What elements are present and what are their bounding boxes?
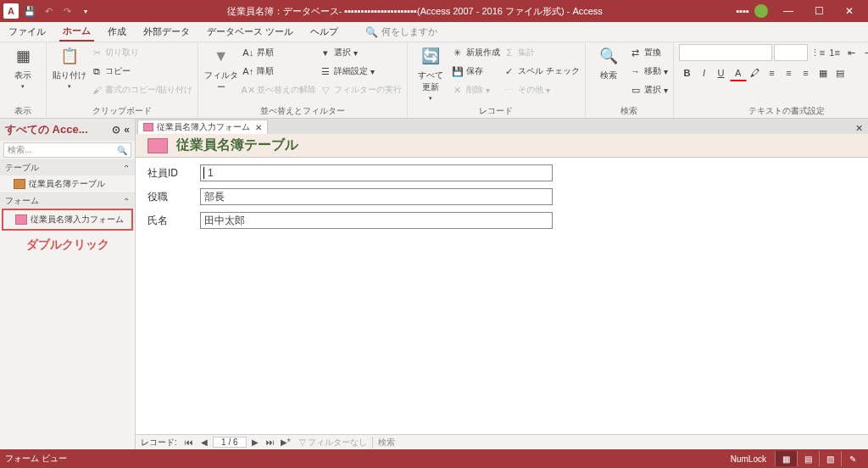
- bullets-button[interactable]: ⋮≡: [810, 44, 826, 61]
- filter-button[interactable]: ▼フィルター: [203, 44, 239, 93]
- selection-filter-button[interactable]: ▾選択 ▾: [320, 44, 402, 61]
- filter-indicator[interactable]: ▽フィルターなし: [299, 437, 367, 448]
- layout-view-button[interactable]: ▧: [819, 451, 841, 466]
- nav-search[interactable]: 検索... 🔍: [3, 142, 131, 158]
- label-employee-id: 社員ID: [147, 166, 200, 181]
- gridlines-button[interactable]: ▦: [815, 64, 832, 81]
- new-record-button[interactable]: ✳新規作成: [452, 44, 500, 61]
- clipboard-icon: 📋: [58, 44, 81, 68]
- totals-button[interactable]: Σ集計: [504, 44, 580, 61]
- new-record-nav-button[interactable]: ▶*: [279, 437, 292, 447]
- font-name-combo[interactable]: [679, 44, 772, 61]
- tell-me-search[interactable]: 🔍 何をしますか: [365, 25, 437, 38]
- italic-button[interactable]: I: [696, 64, 713, 81]
- align-right-button[interactable]: ≡: [798, 64, 815, 81]
- field-name: 氏名 田中太郎: [147, 212, 856, 229]
- record-position[interactable]: 1 / 6: [213, 437, 247, 448]
- search-icon: 🔍: [365, 26, 378, 38]
- tab-file[interactable]: ファイル: [5, 23, 49, 41]
- tab-help[interactable]: ヘルプ: [307, 23, 342, 41]
- save-record-button[interactable]: 💾保存: [452, 63, 500, 80]
- indent-decrease-button[interactable]: ⇤: [843, 44, 860, 61]
- first-record-button[interactable]: ⏮: [182, 437, 196, 447]
- last-record-button[interactable]: ⏭: [264, 437, 277, 447]
- format-painter-button[interactable]: 🖌書式のコピー/貼り付け: [91, 81, 192, 98]
- minimize-button[interactable]: —: [773, 1, 804, 21]
- input-employee-id[interactable]: 1: [200, 164, 553, 181]
- copy-icon: ⧉: [91, 65, 103, 77]
- cut-button[interactable]: ✂切り取り: [91, 44, 192, 61]
- numbering-button[interactable]: 1≡: [826, 44, 843, 61]
- bold-button[interactable]: B: [679, 64, 696, 81]
- fill-color-button[interactable]: 🖍: [747, 64, 764, 81]
- view-button[interactable]: ▦表示▾: [5, 44, 41, 90]
- font-size-combo[interactable]: [774, 44, 808, 61]
- refresh-icon: 🔄: [419, 44, 442, 68]
- field-employee-id: 社員ID 1: [147, 164, 856, 181]
- nav-group-forms[interactable]: フォーム⌃: [0, 192, 135, 209]
- save-icon: 💾: [452, 65, 464, 77]
- indent-increase-button[interactable]: ⇥: [860, 44, 868, 61]
- label-position: 役職: [147, 190, 200, 204]
- maximize-button[interactable]: ☐: [804, 1, 834, 21]
- tab-home[interactable]: ホーム: [59, 22, 94, 42]
- sort-asc-button[interactable]: A↓昇順: [242, 44, 316, 61]
- undo-icon[interactable]: ↶: [41, 3, 56, 19]
- next-record-button[interactable]: ▶: [248, 437, 262, 447]
- find-button[interactable]: 🔍検索: [591, 44, 626, 81]
- copy-button[interactable]: ⧉コピー: [91, 63, 192, 80]
- document-tab[interactable]: 従業員名簿入力フォーム ✕: [137, 120, 268, 134]
- refresh-all-button[interactable]: 🔄すべて 更新▾: [413, 44, 448, 102]
- alt-row-color-button[interactable]: ▤: [832, 64, 849, 81]
- nav-collapse-icon[interactable]: «: [124, 124, 130, 136]
- design-view-button[interactable]: ✎: [841, 451, 863, 466]
- nav-title: すべての Acce...: [5, 122, 88, 137]
- nav-header[interactable]: すべての Acce... ⊙ «: [0, 119, 135, 141]
- nav-item-form[interactable]: 従業員名簿入力フォーム: [2, 209, 133, 231]
- redo-icon[interactable]: ↷: [59, 3, 75, 19]
- spelling-button[interactable]: ✓スペル チェック: [504, 63, 580, 80]
- tab-close-icon[interactable]: ✕: [255, 123, 262, 132]
- select-button[interactable]: ▭選択 ▾: [630, 81, 668, 98]
- save-icon[interactable]: 💾: [22, 3, 37, 19]
- brush-icon: 🖌: [91, 84, 103, 96]
- advanced-filter-button[interactable]: ☰詳細設定 ▾: [320, 63, 402, 80]
- delete-icon: ✕: [452, 84, 464, 96]
- replace-button[interactable]: ⇄置換: [630, 44, 668, 61]
- form-icon: [15, 214, 27, 225]
- find-icon: 🔍: [597, 44, 620, 68]
- tab-create[interactable]: 作成: [104, 23, 130, 41]
- abc-icon: ✓: [504, 65, 515, 77]
- font-color-button[interactable]: A: [730, 64, 747, 81]
- recnav-search[interactable]: 検索: [372, 437, 395, 448]
- sort-desc-button[interactable]: A↑降順: [242, 63, 316, 80]
- replace-icon: ⇄: [630, 47, 642, 58]
- more-button[interactable]: ⋯その他 ▾: [504, 81, 580, 98]
- group-text-format: ⋮≡ 1≡ ⇤ ⇥ ¶ B I U A 🖍 ≡ ≡ ≡ ▦ ▤ テキストの書式設: [674, 42, 868, 118]
- nav-dropdown-icon[interactable]: ⊙: [112, 124, 120, 136]
- paste-button[interactable]: 📋貼り付け▾: [52, 44, 87, 90]
- nav-group-tables[interactable]: テーブル⌃: [0, 159, 135, 176]
- delete-record-button[interactable]: ✕削除 ▾: [452, 81, 500, 98]
- close-all-tabs-icon[interactable]: ✕: [850, 123, 868, 134]
- form-view-button[interactable]: ▦: [775, 451, 797, 466]
- close-button[interactable]: ✕: [834, 1, 865, 21]
- status-mode: フォーム ビュー: [5, 453, 67, 465]
- group-label-find: 検索: [591, 104, 668, 117]
- nav-item-table[interactable]: 従業員名簿テーブル: [0, 176, 135, 192]
- prev-record-button[interactable]: ◀: [198, 437, 211, 447]
- toggle-filter-button[interactable]: ▽フィルターの実行: [320, 81, 402, 98]
- underline-button[interactable]: U: [713, 64, 730, 81]
- tab-external-data[interactable]: 外部データ: [140, 23, 193, 41]
- input-position[interactable]: 部長: [200, 188, 553, 205]
- remove-sort-button[interactable]: A✕並べ替えの解除: [242, 81, 316, 98]
- window-title: 従業員名簿：データベース- ▪▪▪▪▪▪▪▪▪▪▪▪▪▪▪▪▪▪▪▪▪▪(Acc…: [93, 5, 736, 18]
- goto-button[interactable]: →移動 ▾: [630, 63, 668, 80]
- align-center-button[interactable]: ≡: [781, 64, 798, 81]
- datasheet-view-button[interactable]: ▤: [797, 451, 819, 466]
- align-left-button[interactable]: ≡: [764, 64, 781, 81]
- qat-customize-icon[interactable]: ▾: [78, 3, 93, 19]
- input-name[interactable]: 田中太郎: [200, 212, 553, 229]
- user-avatar[interactable]: [754, 4, 768, 18]
- tab-database-tools[interactable]: データベース ツール: [203, 23, 297, 41]
